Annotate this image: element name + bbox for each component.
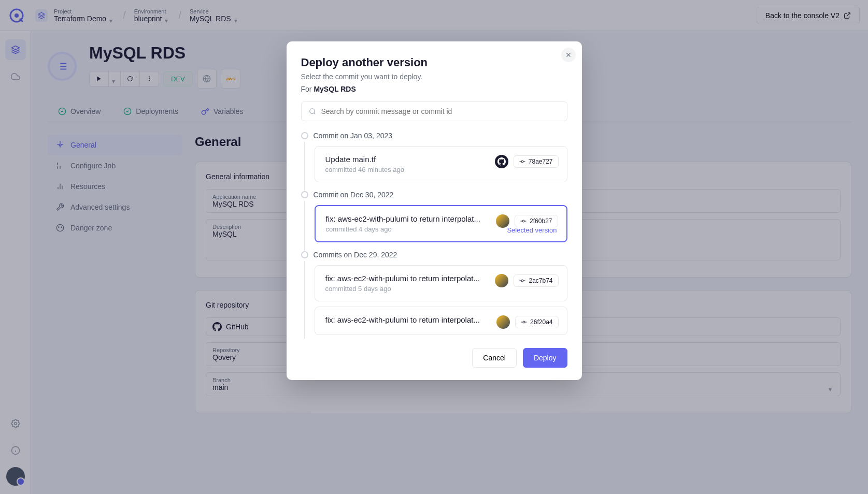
commit-card[interactable]: fix: aws-ec2-with-pulumi to return inter… xyxy=(315,205,567,242)
search-icon xyxy=(309,108,316,115)
commit-card[interactable]: fix: aws-ec2-with-pulumi to return inter… xyxy=(315,265,567,301)
selected-version-label: Selected version xyxy=(507,226,557,234)
commit-date-label: Commit on Dec 30, 2022 xyxy=(314,191,394,199)
commit-hash: 2f60b27 xyxy=(530,217,552,225)
commit-hash: 2ac7b74 xyxy=(529,277,552,284)
close-icon xyxy=(565,51,572,59)
commit-card[interactable]: fix: aws-ec2-with-pulumi to return inter… xyxy=(315,307,567,335)
deploy-version-modal: Deploy another version Select the commit… xyxy=(287,41,582,380)
modal-header: Deploy another version Select the commit… xyxy=(287,41,582,101)
modal-title: Deploy another version xyxy=(301,56,567,69)
commit-date-label: Commit on Jan 03, 2023 xyxy=(314,132,393,140)
commit-hash-pill[interactable]: 78ae727 xyxy=(514,155,559,168)
svg-point-38 xyxy=(521,161,523,163)
commit-date-group: Commit on Jan 03, 2023 Update main.tf co… xyxy=(301,132,567,182)
commit-date-label: Commits on Dec 29, 2022 xyxy=(314,251,397,259)
modal-for: For MySQL RDS xyxy=(301,85,567,93)
github-avatar-icon xyxy=(495,155,508,168)
svg-point-44 xyxy=(521,280,523,282)
commit-list: Commit on Jan 03, 2023 Update main.tf co… xyxy=(287,132,582,339)
commit-hash-pill[interactable]: 2f60b27 xyxy=(515,215,558,227)
commit-hash-pill[interactable]: 2ac7b74 xyxy=(514,274,558,287)
svg-point-47 xyxy=(523,321,525,323)
user-avatar-icon xyxy=(495,274,508,287)
svg-point-41 xyxy=(522,220,524,222)
user-avatar-icon xyxy=(496,315,510,329)
commit-marker-icon xyxy=(301,251,308,258)
commit-hash-pill[interactable]: 26f20a4 xyxy=(515,316,558,328)
cancel-button[interactable]: Cancel xyxy=(472,348,517,368)
commit-hash: 26f20a4 xyxy=(530,318,552,326)
deploy-button[interactable]: Deploy xyxy=(523,348,567,368)
commit-marker-icon xyxy=(301,132,308,139)
modal-backdrop: Deploy another version Select the commit… xyxy=(0,0,868,494)
commit-date-group: Commits on Dec 29, 2022 fix: aws-ec2-wit… xyxy=(301,251,567,335)
commit-hash: 78ae727 xyxy=(529,158,553,165)
commit-date-group: Commit on Dec 30, 2022 fix: aws-ec2-with… xyxy=(301,191,567,242)
modal-close-button[interactable] xyxy=(561,48,576,62)
svg-line-37 xyxy=(314,113,315,114)
commit-marker-icon xyxy=(301,191,308,198)
commit-card[interactable]: Update main.tf committed 46 minutes ago … xyxy=(315,146,567,182)
svg-point-36 xyxy=(309,109,314,113)
modal-subtitle: Select the commit you want to deploy. xyxy=(301,72,567,81)
modal-for-service: MySQL RDS xyxy=(314,85,355,93)
commit-search-box[interactable] xyxy=(301,101,567,121)
commit-search-input[interactable] xyxy=(321,107,560,115)
modal-footer: Cancel Deploy xyxy=(287,339,582,380)
